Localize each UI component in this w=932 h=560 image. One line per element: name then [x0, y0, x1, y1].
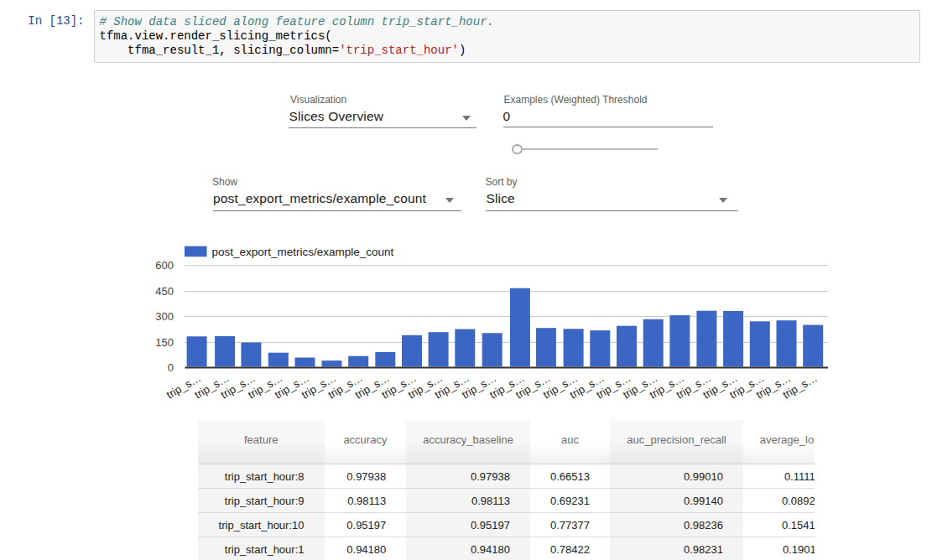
svg-text:300: 300	[155, 310, 174, 323]
svg-text:150: 150	[155, 336, 174, 349]
svg-text:600: 600	[155, 259, 174, 272]
svg-text:post_export_metrics/example_co: post_export_metrics/example_count	[212, 246, 394, 258]
svg-text:0: 0	[168, 361, 174, 374]
svg-text:450: 450	[155, 285, 174, 298]
